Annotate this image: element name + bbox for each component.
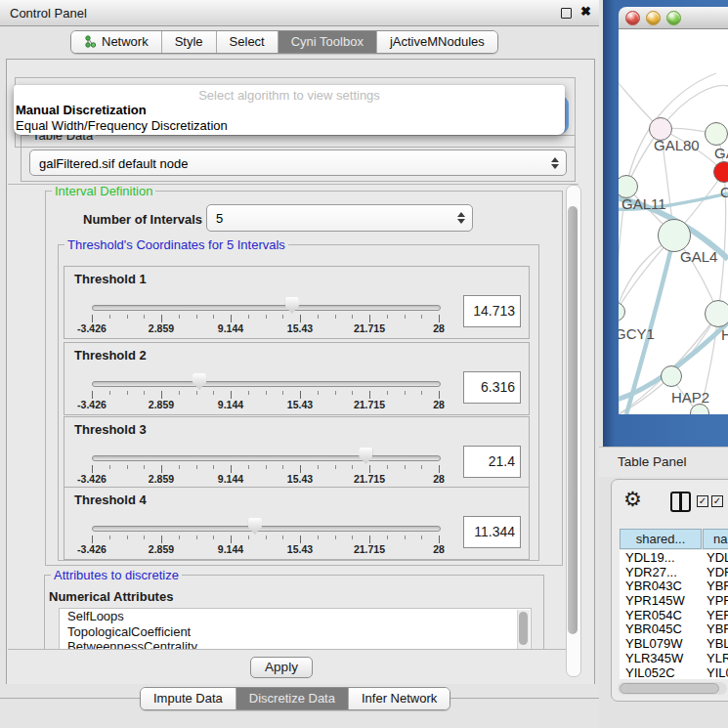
tab-select[interactable]: Select	[217, 31, 278, 53]
table-row[interactable]: YPR145WYPR1	[620, 593, 728, 608]
threshold-slider-thumb[interactable]	[359, 448, 372, 464]
tick-mark	[318, 465, 319, 469]
tick-mark	[405, 465, 406, 469]
attributes-scrollbar-thumb[interactable]	[519, 612, 528, 645]
tick-label: 21.715	[354, 322, 385, 334]
network-node[interactable]	[705, 122, 728, 146]
threshold-slider-thumb[interactable]	[285, 297, 299, 314]
tab-network[interactable]: Network	[71, 31, 162, 53]
tick-mark	[266, 315, 267, 319]
cell-shared-name: YBL079W	[625, 636, 683, 651]
tick-mark	[179, 535, 180, 539]
panel-scrollbar[interactable]	[566, 185, 581, 677]
threshold-slider-track[interactable]	[92, 381, 441, 387]
list-item[interactable]: TopologicalCoefficient	[60, 624, 531, 640]
tick-mark	[335, 315, 336, 319]
tick-mark	[92, 315, 93, 322]
cell-name: YDR2	[707, 565, 728, 579]
table-data-combobox[interactable]: galFiltered.sif default node	[29, 150, 567, 176]
threshold-slider-track[interactable]	[92, 526, 441, 532]
table-row[interactable]: YBR045CYBR0	[620, 621, 728, 636]
tick-mark	[231, 315, 232, 322]
window-title: Control Panel	[10, 6, 87, 21]
threshold-slider-thumb[interactable]	[248, 518, 262, 535]
control-panel-window: Control Panel ✖ NetworkStyleSelectCyni T…	[0, 0, 600, 728]
threshold-value-field[interactable]: 14.713	[463, 295, 521, 327]
threshold-slider-track[interactable]	[92, 455, 441, 461]
table-row[interactable]: YER054CYER0	[620, 608, 728, 622]
threshold-box: Threshold 1-3.4262.8599.14415.4321.71528…	[64, 266, 530, 339]
threshold-label: Threshold 2	[74, 348, 147, 363]
apply-button[interactable]: Apply	[250, 657, 313, 678]
tick-label: 28	[433, 322, 445, 334]
tick-mark	[213, 535, 214, 539]
cell-name: YBR0	[707, 578, 728, 593]
tab-discretize-data[interactable]: Discretize Data	[236, 688, 349, 709]
list-item[interactable]: SelfLoops	[60, 609, 531, 624]
network-node[interactable]	[661, 365, 682, 387]
number-of-intervals-combobox[interactable]: 5	[206, 204, 473, 232]
threshold-box: Threshold 4-3.4262.8599.14415.4321.71528…	[64, 487, 530, 560]
table-hscrollbar-thumb[interactable]	[620, 683, 719, 694]
tab-cyni-toolbox[interactable]: Cyni Toolbox	[278, 31, 377, 53]
table-row[interactable]: YBR043CYBR0	[620, 578, 728, 593]
close-light[interactable]	[625, 11, 640, 25]
threshold-value-field[interactable]: 11.344	[463, 516, 521, 548]
panel-scrollbar-thumb[interactable]	[568, 206, 578, 634]
tick-label: 15.43	[287, 399, 313, 410]
table-row[interactable]: YBL079WYBL0	[620, 636, 728, 651]
node-label: GA	[714, 145, 728, 161]
gear-icon[interactable]: ⚙	[623, 488, 642, 511]
interval-definition-title: Interval Definition	[52, 184, 155, 198]
algorithm-option-manual[interactable]: Manual Discretization	[14, 103, 565, 118]
tick-mark	[92, 465, 93, 473]
tick-mark	[300, 465, 301, 473]
table-row[interactable]: YDL19...YDL1	[620, 550, 728, 565]
numerical-attributes-list[interactable]: SelfLoopsTopologicalCoefficientBetweenne…	[59, 608, 532, 650]
tab-style[interactable]: Style	[162, 31, 217, 53]
cell-name: YDL1	[707, 550, 728, 565]
tab-infer-network[interactable]: Infer Network	[349, 688, 450, 709]
node-label: GAL4	[680, 248, 717, 265]
tick-mark	[335, 535, 336, 539]
tab-label: Impute Data	[153, 691, 223, 706]
network-node[interactable]	[705, 300, 728, 327]
checkbox-icon[interactable]: ✓	[711, 495, 723, 507]
list-item[interactable]: BetweennessCentrality	[60, 639, 531, 650]
threshold-label: Threshold 3	[74, 422, 147, 437]
column-header-shared[interactable]: shared...	[620, 529, 702, 549]
cell-shared-name: YDL19...	[625, 550, 675, 565]
algorithm-option-equal-width[interactable]: Equal Width/Frequency Discretization	[14, 118, 565, 134]
float-icon[interactable]	[561, 8, 572, 19]
network-node[interactable]	[713, 161, 728, 183]
thresholds-group-title: Threshold's Coordinates for 5 Intervals	[64, 237, 288, 252]
tab-impute-data[interactable]: Impute Data	[141, 688, 236, 709]
cell-name: YBL0	[707, 636, 728, 651]
number-of-intervals-value: 5	[216, 211, 223, 226]
close-icon[interactable]: ✖	[580, 4, 591, 19]
threshold-slider-track[interactable]	[92, 305, 441, 311]
table-hscrollbar[interactable]	[618, 682, 727, 695]
tick-mark	[92, 535, 93, 543]
threshold-value-field[interactable]: 6.316	[463, 371, 521, 404]
tab-jactivemnodules[interactable]: jActiveMNodules	[377, 31, 497, 53]
threshold-slider-thumb[interactable]	[193, 373, 206, 390]
attributes-scrollbar[interactable]	[517, 610, 530, 650]
split-columns-icon[interactable]	[670, 492, 691, 512]
node-label: HAP2	[671, 389, 709, 406]
network-canvas[interactable]: GAL80GACGAL11GAL4GCY1HHAP2	[619, 29, 728, 414]
tick-label: 9.144	[218, 399, 243, 410]
table-row[interactable]: YIL052CYIL0	[620, 665, 728, 680]
threshold-value-field[interactable]: 21.4	[463, 446, 521, 478]
network-node[interactable]	[658, 219, 691, 252]
column-header-name[interactable]: na	[703, 529, 728, 549]
minimize-light[interactable]	[646, 11, 661, 25]
table-row[interactable]: YLR345WYLR3	[620, 651, 728, 665]
tick-mark	[335, 391, 336, 395]
checkbox-icon[interactable]: ✓	[697, 495, 708, 507]
table-row[interactable]: YDR27...YDR2	[620, 565, 728, 579]
slider-tick-labels: -3.4262.8599.14415.4321.71528	[92, 473, 440, 485]
tick-mark	[335, 465, 336, 469]
zoom-light[interactable]	[666, 11, 681, 25]
tab-label: Network	[102, 34, 149, 49]
